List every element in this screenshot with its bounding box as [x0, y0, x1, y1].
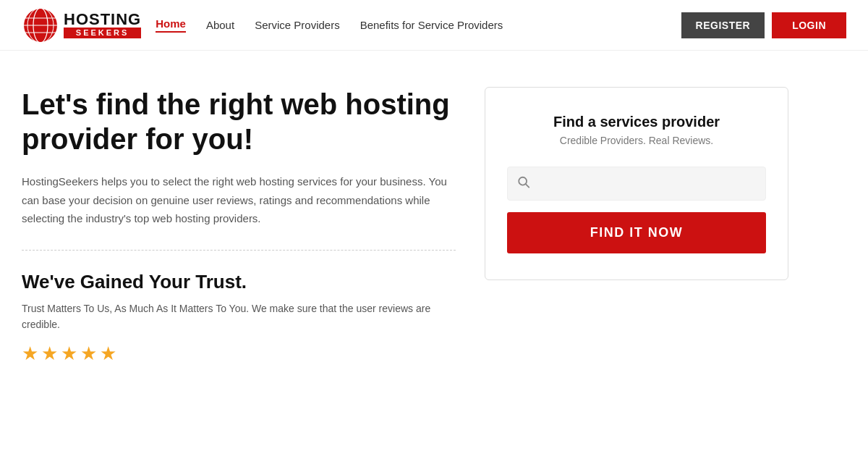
- navbar: HOSTING SEEKERS Home About Service Provi…: [0, 0, 868, 51]
- star-1: ★: [22, 342, 38, 365]
- nav-about[interactable]: About: [206, 19, 234, 31]
- logo-hosting: HOSTING: [64, 12, 141, 28]
- card-title: Find a services provider: [507, 114, 766, 130]
- search-input[interactable]: [507, 167, 766, 201]
- section-divider: [22, 250, 456, 251]
- trust-title: We've Gained Your Trust.: [22, 271, 456, 293]
- search-icon: [517, 175, 530, 192]
- nav-service-providers[interactable]: Service Providers: [255, 19, 340, 31]
- left-section: Let's find the right web hosting provide…: [22, 87, 456, 365]
- search-card: Find a services provider Credible Provid…: [485, 87, 788, 280]
- login-button[interactable]: LOGIN: [772, 12, 846, 38]
- logo-seekers: SEEKERS: [64, 28, 141, 38]
- main-content: Let's find the right web hosting provide…: [0, 51, 868, 394]
- star-2: ★: [41, 342, 58, 365]
- star-rating: ★ ★ ★ ★ ★: [22, 342, 456, 365]
- nav-benefits[interactable]: Benefits for Service Providers: [360, 19, 503, 31]
- nav-actions: REGISTER LOGIN: [681, 12, 846, 38]
- star-3: ★: [61, 342, 77, 365]
- logo-text: HOSTING SEEKERS: [64, 12, 141, 38]
- card-subtitle: Credible Providers. Real Reviews.: [507, 135, 766, 146]
- search-input-wrapper: [507, 167, 766, 201]
- find-it-now-button[interactable]: FIND IT NOW: [507, 212, 766, 253]
- svg-line-9: [526, 184, 529, 188]
- nav-links: Home About Service Providers Benefits fo…: [156, 17, 681, 33]
- star-5: ★: [100, 342, 116, 365]
- trust-description: Trust Matters To Us, As Much As It Matte…: [22, 300, 456, 333]
- register-button[interactable]: REGISTER: [681, 12, 765, 38]
- hero-description: HostingSeekers helps you to select the r…: [22, 172, 456, 228]
- hero-title: Let's find the right web hosting provide…: [22, 87, 456, 156]
- star-4: ★: [80, 342, 97, 365]
- logo-globe-icon: [22, 7, 59, 44]
- nav-home[interactable]: Home: [156, 17, 186, 33]
- logo-link[interactable]: HOSTING SEEKERS: [22, 7, 141, 44]
- right-section: Find a services provider Credible Provid…: [485, 87, 788, 365]
